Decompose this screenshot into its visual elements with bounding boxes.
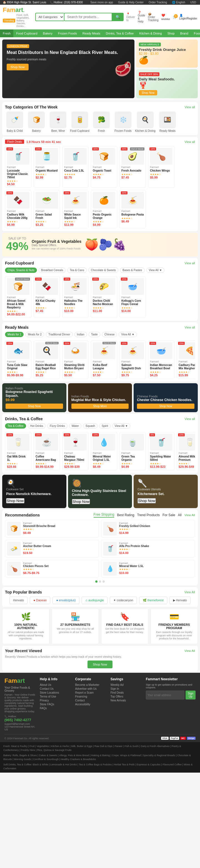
footer-link-faqs[interactable]: Store FAQs: [40, 703, 71, 706]
product-noodles[interactable]: 15% 🍜 Farmart Halloulou The Noodles ★★★★…: [62, 276, 89, 318]
category-beer[interactable]: 🍷 Beer, Wine: [48, 112, 68, 132]
product-wine[interactable]: 20% 🍷 Farmart Chateau Margaux 750ml ★★★★…: [62, 432, 89, 470]
footer-link-advertise[interactable]: Advertise with Us: [75, 687, 106, 690]
triple-italian-btn[interactable]: Shop Now: [5, 404, 63, 409]
category-kitchen[interactable]: 🍳 Kitchen & Dining: [135, 112, 156, 132]
rec-product-protein[interactable]: 🥤 Farmart Alfa Pro Protein Shake ★★★★☆ $…: [101, 540, 195, 558]
flash-deals-view-all[interactable]: View all: [185, 140, 195, 144]
pagination-dot-2[interactable]: [99, 581, 101, 583]
tab-tea-cans[interactable]: Tea & Cans: [67, 268, 87, 273]
product-doritos[interactable]: 20% 🌮 Farmart Doritos Chilli Nacho Mexic…: [91, 276, 117, 318]
product-pasta-mix[interactable]: 25% 🍕 Farmart Cadbury Pasta Mix Margheri…: [177, 340, 195, 379]
tab-hot-drinks[interactable]: Hot Drinks: [28, 423, 46, 429]
recently-view-all[interactable]: View All: [185, 649, 195, 652]
tab-chinese[interactable]: Chinese: [102, 332, 117, 337]
footer-phone-number[interactable]: (965) 7492-4277: [4, 718, 35, 722]
topbar-usd[interactable]: USD: [190, 1, 196, 4]
product-cadbury[interactable]: 20% 🍫 Farmart Cadbury Milk Chocolate 200…: [5, 190, 31, 228]
tab-meals2[interactable]: Meals for 2: [25, 332, 44, 337]
brand-envato-plus[interactable]: ● envato(plus): [53, 596, 79, 604]
brand-envato2[interactable]: ▶ #envato: [169, 596, 191, 604]
rec-product-chicken-pieces[interactable]: 🍗 Farmart Chicken Pieces Set ★★★★☆ $8.75…: [5, 560, 99, 578]
footer-link-contact2[interactable]: Contact: [75, 699, 106, 702]
product-kitkat[interactable]: 10% 🍫 Farmart Kit Kat Chunky 48k ★★★★☆ $…: [34, 276, 60, 318]
tab-water[interactable]: Water: [69, 423, 81, 429]
tab-view-all-meals[interactable]: View All ▼: [119, 332, 137, 337]
product-salmon-spag[interactable]: 15% 🍝 Farmart Salmon Spaghetti Dish ★★★★…: [120, 340, 146, 379]
product-coca-cola[interactable]: 🥤 Farmart Coca Cola 1.5L ★★★★★ $2.75: [62, 146, 89, 188]
product-moroccan[interactable]: 20% 🥣 Farmart Indian Moroccan Breakfast …: [148, 340, 174, 379]
footer-link-top-offers[interactable]: Top Offers: [110, 695, 141, 698]
tab-squash[interactable]: Squash: [83, 423, 98, 429]
tab-view-all[interactable]: View All ▼: [146, 268, 165, 273]
cookware-btn-3[interactable]: Shop Now: [137, 498, 156, 503]
tab-taste[interactable]: Taste: [89, 332, 100, 337]
rec-tab-best-rating[interactable]: Best Rating: [117, 513, 134, 517]
product-mustard[interactable]: 24% 🫙 Farmart Organic Mustard ★★★★☆ $2.9…: [34, 146, 60, 188]
wishlist[interactable]: ❤️Wishlist: [161, 13, 170, 21]
newsletter-email-input[interactable]: [146, 690, 185, 700]
category-baby[interactable]: 🍼 Baby & Child: [5, 112, 25, 132]
tab-indian[interactable]: Indian: [74, 332, 87, 337]
nav-brand[interactable]: Brand: [177, 29, 191, 37]
rec-tab-free-shipping[interactable]: Free Shipping: [94, 513, 114, 518]
product-salad[interactable]: 🥗 Farmart Green Salad Fresh ★★★★☆ $3.25: [34, 190, 60, 228]
brands-view-all[interactable]: View All: [185, 590, 195, 594]
footer-link-deals[interactable]: Find Deals: [110, 691, 141, 694]
tab-chips[interactable]: Chips, Snacks & Nuts: [5, 268, 37, 273]
login-register[interactable]: 👤Login/Register: [179, 14, 197, 20]
brand-daoean[interactable]: ● Daoean: [30, 596, 50, 604]
order-tracking[interactable]: 📦 Order Tracking: [148, 12, 159, 22]
rec-product-mineral-water[interactable]: 💧 Farmart Mineral Water 1.5L ★★★★☆ $10.0…: [101, 560, 195, 578]
search-button[interactable]: 🔍: [112, 13, 124, 21]
tab-bases[interactable]: Bases & Pastes: [120, 268, 145, 273]
cookware-card-1[interactable]: 🍳 Cookware Set Piece Nonstick Kitchenwar…: [2, 475, 66, 508]
top-categories-view-all[interactable]: View all: [185, 105, 195, 109]
footer-link-signin[interactable]: Sign In: [110, 687, 141, 690]
product-lasagne[interactable]: Out Of Stock 🍝 Farmart Koika Beef Lasagn…: [91, 340, 117, 379]
product-avocado[interactable]: 40% Out of Stock 🥑 Farmart Fresh Avocado…: [120, 146, 146, 188]
tab-spirit[interactable]: Spirit: [99, 423, 110, 429]
category-frozen[interactable]: ❄️ Frozen Foods: [113, 112, 133, 132]
category-food-cupboard[interactable]: 🥫 Food Cupboard: [70, 112, 90, 132]
rec-product-butter[interactable]: 🧈 Farmart Anchor Butter Cream ★★★★☆ $19.…: [5, 540, 99, 558]
rec-product-bread[interactable]: 🍞 Farmart Stonemill Brioche Bread ★★★★☆ …: [5, 520, 99, 537]
product-tuna[interactable]: 15% 🐟 Farmart Tuna Cole Slaw Original ★★…: [5, 340, 31, 379]
pagination-dot-active[interactable]: [95, 581, 98, 583]
brand-themeforest[interactable]: 🌿 themeforest: [139, 596, 167, 604]
category-select[interactable]: All Categories: [35, 13, 64, 21]
category-fresh[interactable]: 🥦 Fresh: [92, 112, 111, 132]
product-green-tea[interactable]: 🍵 Farmart Green Tea Organic ★★★★☆ $4.99: [120, 432, 146, 470]
nav-shop[interactable]: Shop: [165, 29, 177, 37]
product-bread[interactable]: Out Of Stock 🍞 Farmart African Sweet Bre…: [5, 276, 31, 318]
footer-link-financing[interactable]: Financing: [75, 695, 106, 698]
tab-fizzy[interactable]: Fizzy Drinks: [47, 423, 67, 429]
rec-tab-sale[interactable]: For Sale: [163, 513, 175, 517]
food-cupboard-view-all[interactable]: View all: [185, 261, 195, 265]
nav-drinks[interactable]: Drinks, Tea & Coffee: [103, 29, 136, 37]
site-logo[interactable]: Famart.: [3, 6, 25, 13]
triple-chinese-btn[interactable]: Shop Now: [137, 404, 195, 409]
tab-chocolate[interactable]: Chocolate & Sweets: [88, 268, 118, 273]
footer-link-scam[interactable]: Report a Scam: [75, 691, 106, 694]
newsletter-signup-btn[interactable]: Sign Up: [186, 690, 196, 700]
nav-ready-meals[interactable]: Ready Meals: [80, 29, 103, 37]
topbar-save[interactable]: Save more on app: [90, 1, 113, 4]
guide-help[interactable]: ❓ Guide & Help: [138, 11, 145, 23]
triple-indian[interactable]: Indian Foods Mughlai Mur Rice & Style Ch…: [68, 383, 132, 412]
cookware-btn-1[interactable]: Shop Now: [6, 498, 25, 503]
product-coffee[interactable]: 15% ☕ Farmart Coffee Americano Bag ★★★★☆…: [34, 432, 60, 470]
nav-fresh[interactable]: Fresh: [0, 29, 13, 37]
footer-link-terms[interactable]: Terms of Use: [40, 695, 71, 698]
topbar-language[interactable]: 🌐 English: [172, 1, 185, 4]
product-raisin[interactable]: Out Of Stock 🍳 Farmart Raisin Meatball E…: [34, 340, 60, 379]
cookware-btn-2[interactable]: Shop Now: [72, 499, 90, 504]
category-bakery[interactable]: 🍞 Bakery: [27, 112, 46, 132]
topbar-order[interactable]: Order Tracking: [148, 1, 167, 4]
footer-link-contact[interactable]: Contact Us: [40, 687, 71, 690]
footer-link-marketer[interactable]: Become a Marketer: [75, 683, 106, 686]
footer-link-stores[interactable]: Store Locations: [40, 691, 71, 694]
triple-chinese[interactable]: Chinese Foods Chester Chinese Chicken No…: [134, 383, 198, 412]
product-chicken[interactable]: 15% 🍗 Farmart Chicken Wings ★★★★☆ $5.99: [148, 146, 174, 188]
footer-link-faq2[interactable]: FAQs: [40, 707, 71, 710]
